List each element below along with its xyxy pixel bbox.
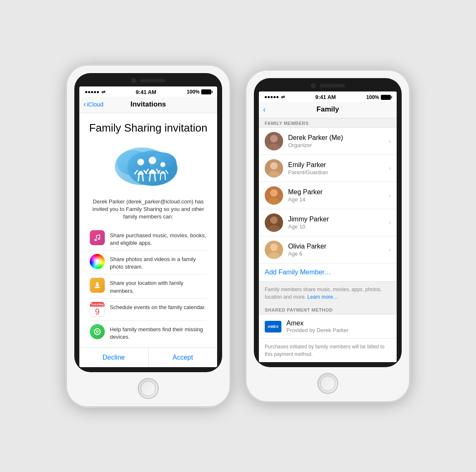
status-bar-right: ⇌ 9:41 AM 100% (259, 91, 397, 102)
phone-top-decor-right (259, 83, 397, 88)
feature-item-calendar: Tuesday 9 Schedule events on the family … (90, 299, 207, 321)
battery-area-right: 100% (366, 94, 391, 100)
svg-point-23 (98, 287, 100, 288)
svg-line-14 (149, 174, 150, 181)
svg-line-9 (138, 175, 139, 181)
status-time-right: 9:41 AM (315, 94, 336, 100)
calendar-icon: Tuesday 9 (90, 302, 105, 317)
r-dot1 (265, 96, 267, 98)
svg-point-6 (137, 159, 144, 165)
payment-note: Purchases initiated by family members wi… (259, 339, 397, 362)
member-item-emily[interactable]: Emily Parker Parent/Guardian › (259, 155, 397, 182)
svg-point-38 (270, 216, 278, 224)
chevron-emily: › (389, 165, 391, 172)
back-label: iCloud (87, 101, 104, 108)
feature-text-music: Share purchased music, movies, books, an… (110, 230, 207, 247)
feature-item-location: Share your location with family members. (90, 274, 207, 298)
r-dot3 (271, 96, 273, 98)
member-item-jimmy[interactable]: Jimmy Parker Age 10 › (259, 209, 397, 236)
svg-line-19 (160, 174, 161, 180)
learn-more-link[interactable]: Learn more… (307, 294, 338, 300)
family-members-header: FAMILY MEMBERS (259, 118, 397, 128)
member-item-meg[interactable]: Meg Parker Age 14 › (259, 182, 397, 209)
nav-title-right: Family (316, 105, 339, 114)
dot3 (91, 91, 93, 93)
member-role-olivia: Age 6 (288, 251, 384, 257)
family-info-text: Family members share music, movies, apps… (259, 282, 397, 305)
svg-point-24 (96, 287, 98, 288)
amex-icon: AMEX (265, 321, 281, 332)
member-role-derek: Organizer (288, 142, 384, 148)
svg-line-10 (142, 175, 143, 181)
svg-line-20 (165, 174, 165, 180)
back-button[interactable]: ‹ iCloud (84, 101, 104, 108)
feature-item-findmy: Help family members find their missing d… (90, 321, 207, 344)
family-illustration (106, 141, 190, 191)
home-button[interactable] (138, 378, 159, 399)
member-info-jimmy: Jimmy Parker Age 10 (288, 216, 384, 230)
payment-info: Amex Provided by Derek Parker (286, 320, 391, 333)
svg-point-32 (270, 162, 278, 170)
signal-dots (85, 91, 99, 93)
member-name-emily: Emily Parker (288, 161, 384, 169)
right-phone: ⇌ 9:41 AM 100% ‹ Family FAMILY MEMBERS (246, 71, 409, 401)
svg-line-15 (154, 174, 155, 181)
photos-icon (90, 254, 105, 269)
battery-percent-right: 100% (366, 94, 379, 100)
member-item-olivia[interactable]: Olivia Parker Age 6 › (259, 236, 397, 264)
payment-sub: Provided by Derek Parker (286, 327, 391, 333)
signal-area: ⇌ (85, 89, 105, 95)
avatar-meg (265, 186, 283, 205)
avatar-jimmy (265, 213, 283, 232)
music-icon (90, 230, 105, 245)
avatar-derek (265, 132, 283, 150)
nav-title: Invitations (130, 100, 166, 109)
member-name-meg: Meg Parker (288, 188, 384, 196)
invitation-heading: Family Sharing invitation (88, 122, 209, 134)
svg-point-22 (95, 287, 96, 288)
member-info-emily: Emily Parker Parent/Guardian (288, 161, 384, 175)
decline-button[interactable]: Decline (79, 348, 149, 367)
invitation-content: Family Sharing invitation (79, 113, 217, 344)
chevron-derek: › (389, 137, 391, 145)
svg-point-35 (270, 189, 278, 197)
chevron-meg: › (389, 192, 391, 199)
member-role-meg: Age 14 (288, 196, 384, 203)
left-phone: ⇌ 9:41 AM 100% ‹ iCloud Invitations (67, 66, 230, 406)
wifi-icon-right: ⇌ (281, 94, 285, 100)
feature-text-findmy: Help family members find their missing d… (110, 324, 207, 341)
avatar-emily (265, 159, 283, 178)
signal-area-right: ⇌ (265, 94, 285, 100)
member-item-derek[interactable]: Derek Parker (Me) Organizer › (259, 128, 397, 155)
speaker-grille-right (320, 84, 345, 87)
battery-fill (202, 90, 211, 94)
nav-bar: ‹ iCloud Invitations (79, 97, 217, 113)
member-list: Derek Parker (Me) Organizer › (259, 128, 397, 264)
feature-text-location: Share your location with family members. (110, 278, 207, 294)
home-button-inner (141, 381, 156, 396)
accept-button[interactable]: Accept (149, 348, 218, 367)
home-button-right[interactable] (317, 373, 338, 394)
location-icon (90, 278, 105, 293)
right-screen: ⇌ 9:41 AM 100% ‹ Family FAMILY MEMBERS (259, 91, 397, 362)
status-bar: ⇌ 9:41 AM 100% (79, 86, 217, 97)
dot5 (97, 91, 99, 93)
chevron-jimmy: › (389, 219, 391, 226)
svg-point-29 (270, 135, 278, 142)
status-time: 9:41 AM (136, 89, 156, 95)
svg-point-41 (270, 244, 278, 251)
battery-fill-right (381, 95, 390, 99)
battery-area: 100% (187, 89, 211, 95)
home-button-inner-right (320, 376, 335, 391)
r-dot4 (273, 96, 276, 98)
battery-icon-right (381, 95, 391, 100)
add-family-member-button[interactable]: Add Family Member… (259, 264, 397, 282)
r-dot2 (268, 96, 270, 98)
back-button-right[interactable]: ‹ (263, 106, 266, 113)
payment-item[interactable]: AMEX Amex Provided by Derek Parker (259, 315, 397, 339)
wifi-icon: ⇌ (101, 89, 105, 95)
phone-top-decor (79, 78, 217, 83)
feature-item-music: Share purchased music, movies, books, an… (90, 227, 207, 251)
back-chevron-icon-right: ‹ (263, 106, 266, 113)
battery-icon (201, 89, 211, 94)
